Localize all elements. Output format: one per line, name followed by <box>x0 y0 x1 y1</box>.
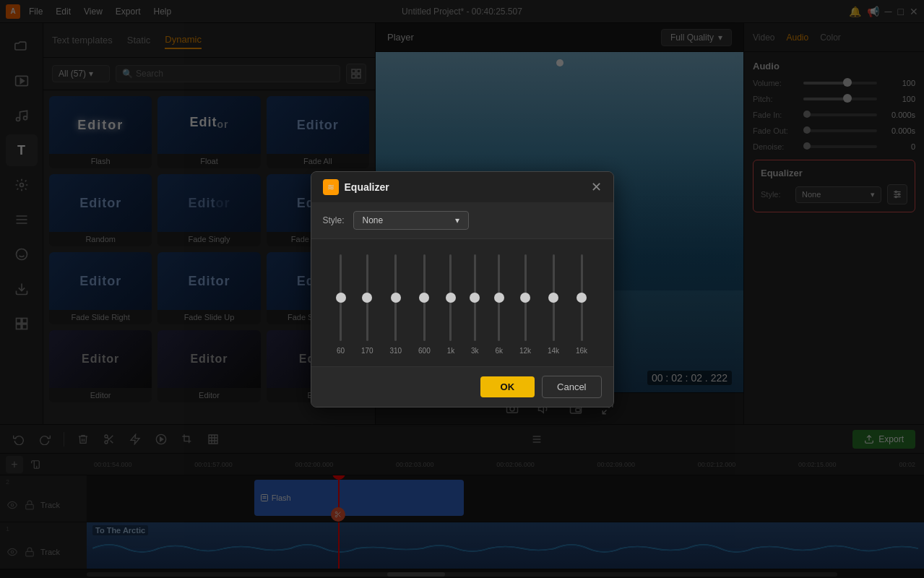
eq-band-16k-track[interactable] <box>581 254 583 341</box>
eq-body: 60 170 310 <box>311 239 613 366</box>
eq-band-3k: 3k <box>471 254 479 355</box>
eq-title: Equalizer <box>345 181 389 193</box>
eq-band-60-label: 60 <box>337 347 345 355</box>
eq-band-6k: 6k <box>496 254 504 355</box>
chevron-down-icon: ▾ <box>455 215 459 225</box>
eq-band-170: 170 <box>361 254 374 355</box>
eq-band-310-track[interactable] <box>394 254 397 341</box>
eq-band-60: 60 <box>337 254 345 355</box>
eq-band-600-thumb[interactable] <box>419 293 429 303</box>
eq-band-1k-thumb[interactable] <box>446 293 456 303</box>
eq-title-row: ≋ Equalizer <box>323 179 389 195</box>
eq-style-section: Style: None ▾ <box>311 202 613 239</box>
eq-band-3k-track[interactable] <box>474 254 476 341</box>
eq-band-14k: 14k <box>548 254 559 355</box>
eq-band-600-label: 600 <box>418 347 431 355</box>
eq-close-button[interactable]: ✕ <box>591 179 602 195</box>
eq-ok-button[interactable]: OK <box>480 376 535 397</box>
eq-band-12k-thumb[interactable] <box>520 293 530 303</box>
eq-band-16k: 16k <box>576 254 587 355</box>
equalizer-modal: ≋ Equalizer ✕ Style: None ▾ 60 <box>311 171 614 407</box>
eq-footer: OK Cancel <box>311 366 613 407</box>
eq-band-6k-track[interactable] <box>498 254 500 341</box>
eq-band-3k-thumb[interactable] <box>470 293 480 303</box>
eq-band-12k-track[interactable] <box>524 254 527 341</box>
eq-band-170-track[interactable] <box>366 254 368 341</box>
eq-band-60-thumb[interactable] <box>336 293 346 303</box>
eq-header: ≋ Equalizer ✕ <box>311 172 613 202</box>
eq-band-170-thumb[interactable] <box>362 293 372 303</box>
eq-bars: 60 170 310 <box>323 254 602 355</box>
eq-style-label: Style: <box>323 215 345 225</box>
eq-icon: ≋ <box>323 179 339 195</box>
eq-band-310-thumb[interactable] <box>391 293 401 303</box>
eq-band-12k-label: 12k <box>519 347 531 355</box>
eq-cancel-button[interactable]: Cancel <box>542 376 601 398</box>
eq-style-select[interactable]: None ▾ <box>353 211 469 230</box>
eq-band-310: 310 <box>390 254 402 355</box>
eq-band-6k-thumb[interactable] <box>494 293 504 303</box>
eq-band-14k-thumb[interactable] <box>548 293 558 303</box>
eq-band-600-track[interactable] <box>423 254 426 341</box>
eq-band-16k-label: 16k <box>576 347 587 355</box>
eq-band-1k: 1k <box>447 254 455 355</box>
eq-band-14k-track[interactable] <box>553 254 555 341</box>
eq-band-14k-label: 14k <box>548 347 559 355</box>
eq-band-3k-label: 3k <box>471 347 479 355</box>
modal-overlay[interactable]: ≋ Equalizer ✕ Style: None ▾ 60 <box>0 0 924 578</box>
eq-band-170-label: 170 <box>361 347 374 355</box>
eq-band-600: 600 <box>418 254 431 355</box>
eq-band-12k: 12k <box>519 254 531 355</box>
eq-band-310-label: 310 <box>390 347 402 355</box>
eq-band-1k-label: 1k <box>447 347 455 355</box>
eq-band-60-track[interactable] <box>340 254 342 341</box>
eq-band-6k-label: 6k <box>496 347 504 355</box>
eq-band-16k-thumb[interactable] <box>577 293 587 303</box>
eq-band-1k-track[interactable] <box>449 254 452 341</box>
